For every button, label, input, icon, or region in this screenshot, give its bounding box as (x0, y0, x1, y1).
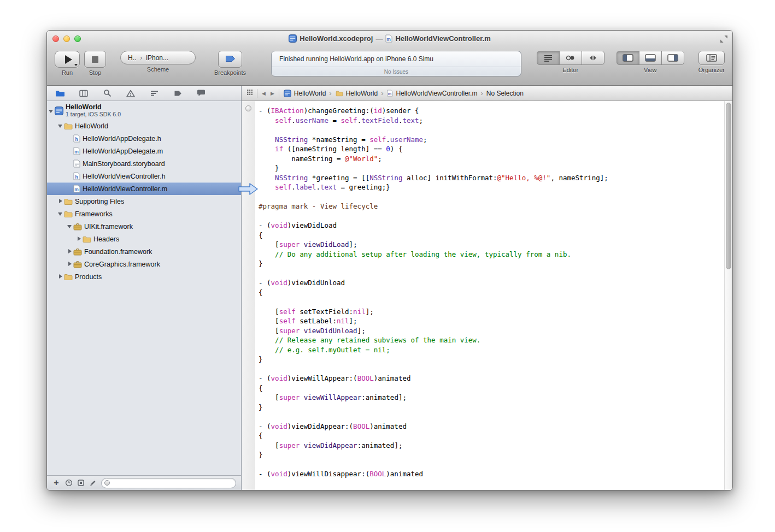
disclosure-triangle[interactable] (67, 223, 73, 229)
version-editor-button[interactable] (582, 51, 604, 65)
tree-row[interactable]: UIKit.framework (47, 220, 241, 233)
issue-navigator-icon[interactable] (125, 88, 136, 98)
related-items-button[interactable] (246, 89, 253, 97)
tree-row[interactable]: CoreGraphics.framework (47, 258, 241, 270)
breadcrumb-item[interactable]: HelloWorld (335, 90, 378, 97)
code-line (259, 269, 724, 279)
project-subtitle: 1 target, iOS SDK 6.0 (66, 111, 121, 118)
project-title-block: HelloWorld1 target, iOS SDK 6.0 (66, 104, 121, 117)
source-editor[interactable]: - (IBAction)changeGreeting:(id)sender { … (255, 101, 724, 490)
framework-icon (73, 248, 82, 256)
filter-field[interactable] (101, 478, 236, 488)
jump-bar: ◀ ▶ HelloWorld›HelloWorld›mHelloWorldVie… (242, 86, 732, 101)
callout-arrow (238, 182, 258, 198)
editor-pane: ◀ ▶ HelloWorld›HelloWorld›mHelloWorldVie… (242, 86, 732, 490)
fullscreen-button[interactable] (720, 35, 727, 42)
filter-input[interactable] (114, 480, 236, 486)
assistant-editor-button[interactable] (559, 51, 582, 65)
disclosure-triangle[interactable] (67, 249, 73, 255)
code-line (259, 460, 724, 470)
tree-row[interactable]: hHelloWorldAppDelegate.h (47, 132, 241, 145)
storyboard-icon (73, 159, 80, 168)
stop-control: Stop (84, 51, 106, 76)
title-bar: HelloWorld.xcodeproj — m HelloWorldViewC… (47, 31, 732, 46)
scm-status-filter-button[interactable] (77, 479, 85, 487)
forward-button[interactable]: ▶ (270, 91, 275, 96)
project-navigator-icon[interactable] (55, 88, 66, 98)
run-dropdown-caret-icon (74, 64, 78, 66)
title-file-name: HelloWorldViewController.m (395, 34, 490, 43)
title-project-name: HelloWorld.xcodeproj (300, 34, 373, 43)
breakpoints-toggle-button[interactable] (218, 51, 242, 68)
search-navigator-icon[interactable] (102, 88, 113, 98)
breakpoint-navigator-icon[interactable] (172, 88, 183, 98)
tree-row-label: Foundation.framework (84, 248, 152, 256)
folder-icon (64, 122, 73, 130)
tree-row-label: Supporting Files (75, 198, 124, 205)
tree-row[interactable]: Supporting Files (47, 195, 241, 208)
zoom-button[interactable] (74, 36, 81, 42)
tree-row[interactable]: hHelloWorldViewController.h (47, 170, 241, 182)
code-line (259, 125, 724, 135)
navigator-selector-bar (47, 86, 241, 101)
svg-text:h: h (75, 174, 78, 180)
disclosure-triangle[interactable] (57, 211, 63, 217)
tree-row-label: HelloWorldViewController.m (83, 185, 167, 193)
run-label: Run (62, 69, 73, 76)
minimize-button[interactable] (63, 36, 70, 42)
tree-row[interactable]: Foundation.framework (47, 245, 241, 258)
breadcrumb-separator: › (328, 89, 332, 97)
file-h-icon: h (73, 134, 80, 143)
debug-navigator-icon[interactable] (149, 88, 160, 98)
svg-text:m: m (74, 187, 79, 192)
tree-row[interactable]: HelloWorld (47, 120, 241, 132)
tree-row[interactable]: MainStoryboard.storyboard (47, 157, 241, 170)
recent-files-filter-button[interactable] (65, 479, 73, 487)
breadcrumb-item[interactable]: mHelloWorldViewController.m (386, 89, 477, 97)
code-line: // Do any additional setup after loading… (259, 250, 724, 259)
left-panel-icon (623, 54, 633, 62)
symbol-navigator-icon[interactable] (78, 88, 89, 98)
scrollbar[interactable] (724, 101, 732, 490)
scheme-selector[interactable]: H.. › iPhon... (120, 51, 196, 64)
disclosure-triangle[interactable] (67, 261, 73, 267)
standard-editor-button[interactable] (537, 51, 560, 65)
right-panel-icon (667, 54, 678, 62)
tree-row-label: HelloWorldAppDelegate.m (83, 147, 163, 155)
tree-row[interactable]: mHelloWorldAppDelegate.m (47, 145, 241, 157)
add-button[interactable]: + (52, 478, 61, 487)
edited-files-filter-button[interactable] (89, 479, 97, 487)
file-h-icon: h (73, 172, 80, 180)
text-lines-icon (544, 55, 553, 62)
scheme-control: H.. › iPhon... Scheme (120, 51, 196, 73)
back-button[interactable]: ◀ (261, 91, 266, 96)
tree-row[interactable]: HelloWorld1 target, iOS SDK 6.0 (47, 102, 241, 120)
filter-icon (104, 480, 110, 486)
log-navigator-icon[interactable] (196, 88, 207, 98)
toggle-navigator-button[interactable] (617, 51, 639, 65)
disclosure-triangle[interactable] (57, 123, 63, 129)
code-line: #pragma mark - View lifecycle (259, 202, 724, 211)
toggle-debug-area-button[interactable] (639, 51, 662, 65)
toggle-utilities-button[interactable] (661, 51, 684, 65)
play-icon (65, 55, 72, 64)
run-button[interactable] (55, 51, 80, 68)
tree-row[interactable]: Frameworks (47, 208, 241, 220)
disclosure-triangle[interactable] (76, 236, 82, 242)
breakpoint-arrow-icon (225, 55, 236, 64)
activity-viewer: Finished running HelloWorld.app on iPhon… (271, 51, 521, 76)
tree-row[interactable]: Products (47, 270, 241, 283)
disclosure-triangle[interactable] (57, 274, 63, 280)
folder-icon (336, 90, 343, 97)
code-area: - (IBAction)changeGreeting:(id)sender { … (242, 101, 732, 490)
organizer-button[interactable] (698, 51, 725, 65)
close-button[interactable] (52, 36, 59, 42)
tree-row[interactable]: Headers (47, 233, 241, 245)
scrollbar-thumb[interactable] (726, 103, 731, 269)
breadcrumb-item[interactable]: No Selection (486, 90, 524, 97)
disclosure-triangle[interactable] (48, 108, 54, 114)
tree-row[interactable]: mHelloWorldViewController.m (47, 182, 241, 195)
disclosure-triangle[interactable] (57, 198, 63, 204)
breadcrumb-item[interactable]: HelloWorld (283, 89, 326, 98)
stop-button[interactable] (84, 51, 106, 68)
